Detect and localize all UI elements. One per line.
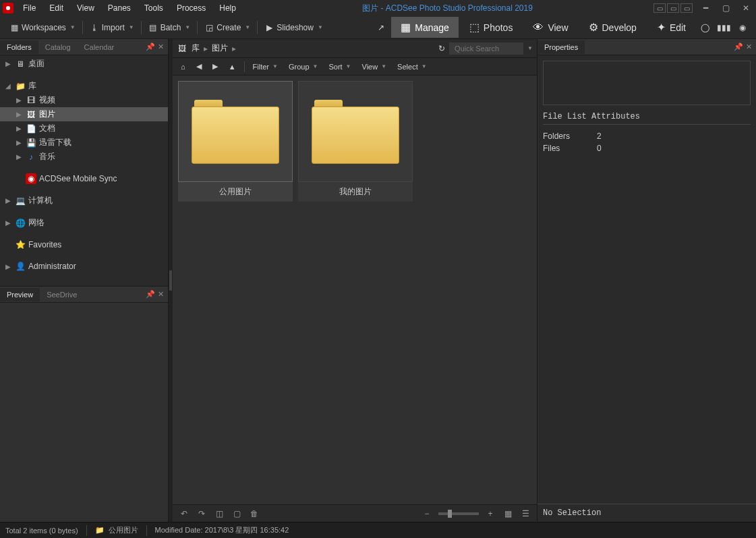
manage-mode-tab[interactable]: ▦Manage [391,17,459,38]
zoom-slider[interactable] [438,512,479,515]
refresh-icon[interactable]: ↻ [438,44,445,53]
create-button[interactable]: ◲ Create▼ [199,20,256,35]
view-mode-tab[interactable]: 👁View [523,18,577,38]
tag-button[interactable]: ▢ [231,508,243,520]
tree-documents[interactable]: ▶ 📄 文档 [0,121,168,136]
menu-panes[interactable]: Panes [103,2,136,14]
back-button[interactable]: ◀ [192,61,206,72]
file-name-label: 我的图片 [298,182,413,202]
sync-button[interactable]: ◉ [733,18,752,37]
layout-1-icon[interactable]: ▭ [653,3,666,13]
folder-icon [312,100,399,164]
grid-icon: ▦ [9,23,19,32]
expand-icon[interactable]: ▶ [15,153,23,160]
menu-view[interactable]: View [71,2,100,14]
file-item[interactable]: 我的图片 [298,81,413,202]
pin-icon[interactable]: 📌 [146,42,155,51]
expand-icon[interactable]: ▶ [15,139,23,146]
expand-icon[interactable]: ▶ [4,197,12,204]
tree-downloads[interactable]: ▶ 💾 迅雷下载 [0,136,168,150]
calendar-tab[interactable]: Calendar [78,40,121,54]
seedrive-tab[interactable]: SeeDrive [40,288,84,301]
preview-tab[interactable]: Preview [0,288,40,301]
rotate-right-button[interactable]: ↷ [196,508,208,520]
layout-2-icon[interactable]: ▭ [667,3,679,13]
tree-admin[interactable]: ▶ 👤 Administrator [0,260,168,273]
catalog-tab[interactable]: Catalog [38,40,78,54]
expand-icon[interactable]: ▶ [4,263,12,270]
folders-tab[interactable]: Folders [0,40,38,54]
expand-icon[interactable]: ▶ [4,60,12,67]
minimize-button[interactable]: ━ [698,2,713,14]
breadcrumb-current[interactable]: 图片 [212,42,228,54]
file-list-attributes-header: File List Attributes [543,112,751,125]
collapse-icon[interactable]: ◢ [4,82,12,90]
pin-icon[interactable]: 📌 [734,42,743,51]
zoom-in-button[interactable]: + [484,508,496,520]
up-button[interactable]: ▲ [225,61,240,72]
maximize-button[interactable]: ▢ [718,2,733,14]
photos-mode-tab[interactable]: ⬚Photos [460,17,523,38]
file-grid: 公用图片 我的图片 [173,76,537,504]
expand-icon[interactable]: ▶ [15,96,23,104]
file-item[interactable]: 公用图片 [178,81,293,202]
details-view-button[interactable]: ☰ [519,508,531,520]
tree-network[interactable]: ▶ 🌐 网络 [0,216,168,230]
group-button[interactable]: Group▼ [285,61,322,72]
slideshow-button[interactable]: ▶ Slideshow▼ [259,20,328,35]
breadcrumb-root[interactable]: 库 [192,42,200,54]
menu-edit[interactable]: Edit [44,2,69,14]
sort-button[interactable]: Sort▼ [324,61,355,72]
batch-button[interactable]: ▤ Batch▼ [143,20,196,35]
file-name-label: 公用图片 [178,182,293,202]
close-panel-icon[interactable]: ✕ [746,42,752,51]
filter-button[interactable]: Filter▼ [249,61,282,72]
close-panel-icon[interactable]: ✕ [158,42,164,51]
expand-icon[interactable]: ▶ [4,219,12,227]
view-button[interactable]: View▼ [358,61,391,72]
tree-music[interactable]: ▶ ♪ 音乐 [0,150,168,164]
expand-icon[interactable]: ▶ [15,125,23,132]
computer-icon: 💻 [15,196,26,206]
rotate-left-button[interactable]: ↶ [178,508,190,520]
compare-button[interactable]: ◫ [213,508,225,520]
pin-icon[interactable]: 📌 [146,290,155,299]
menu-tools[interactable]: Tools [139,2,169,14]
left-splitter[interactable] [169,39,173,522]
menu-file[interactable]: File [18,2,41,14]
select-button[interactable]: Select▼ [393,61,431,72]
status-total: Total 2 items (0 bytes) [5,527,78,535]
preview-panel: Preview SeeDrive 📌 ✕ [0,286,168,522]
main-area: Folders Catalog Calendar 📌 ✕ ▶ 🖥 桌面 ◢ 📁 … [0,39,756,522]
thumbnail-view-button[interactable]: ▦ [502,508,514,520]
external-editor-button[interactable]: ↗ [371,20,391,35]
search-dropdown-icon[interactable]: ▼ [527,45,533,51]
tree-desktop[interactable]: ▶ 🖥 桌面 [0,57,168,71]
menu-process[interactable]: Process [171,2,211,14]
edit-mode-tab[interactable]: ✦Edit [647,17,695,38]
properties-tab[interactable]: Properties [537,40,585,54]
tree-pictures[interactable]: ▶ 🖼 图片 [0,107,168,121]
expand-icon[interactable]: ▶ [15,111,23,118]
close-panel-icon[interactable]: ✕ [158,290,164,299]
workspaces-button[interactable]: ▦ Workspaces▼ [4,20,81,35]
quick-search-input[interactable] [449,42,523,55]
dashboard-button[interactable]: ▮▮▮ [714,18,733,37]
tree-library[interactable]: ◢ 📁 库 [0,79,168,93]
wand-icon: ✦ [657,21,666,34]
forward-button[interactable]: ▶ [208,61,222,72]
tree-videos[interactable]: ▶ 🎞 视频 [0,93,168,107]
zoom-out-button[interactable]: − [421,508,433,520]
365-button[interactable]: ◯ [695,18,714,37]
develop-mode-tab[interactable]: ⚙Develop [579,17,646,38]
layout-3-icon[interactable]: ▭ [680,3,693,13]
star-folder-icon: ⭐ [15,239,26,250]
close-button[interactable]: ✕ [738,2,753,14]
tree-favorites[interactable]: ⭐ Favorites [0,238,168,251]
tree-computer[interactable]: ▶ 💻 计算机 [0,193,168,208]
menu-help[interactable]: Help [214,2,241,14]
import-button[interactable]: ⭳ Import▼ [84,20,140,35]
delete-button[interactable]: 🗑 [248,508,260,520]
home-button[interactable]: ⌂ [177,61,190,72]
tree-mobile-sync[interactable]: ◉ ACDSee Mobile Sync [0,172,168,185]
